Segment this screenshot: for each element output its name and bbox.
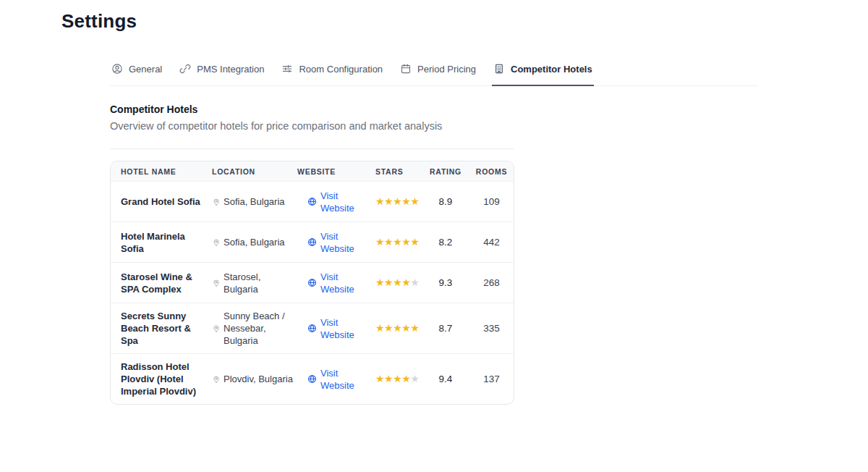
star-icon: ★ (375, 236, 384, 248)
tab-general[interactable]: General (110, 62, 163, 86)
rating-value: 8.9 (422, 195, 469, 208)
star-icon: ★ (401, 236, 410, 248)
stars-cell: ★★★★★ (364, 195, 422, 208)
tab-period-pricing[interactable]: Period Pricing (399, 62, 477, 86)
visit-website-link[interactable]: Visit Website (307, 316, 364, 341)
rating-value: 9.4 (422, 373, 469, 385)
map-pin-icon (212, 374, 221, 384)
tab-bar: General PMS Integration Room Configurati… (110, 62, 758, 86)
column-header-rooms: ROOMS (469, 161, 514, 181)
rating-value: 8.7 (422, 322, 469, 334)
table-row: Radisson Hotel Plovdiv (Hotel Imperial P… (111, 353, 514, 404)
map-pin-icon (212, 324, 221, 333)
tab-label: PMS Integration (197, 64, 264, 75)
star-icon: ★ (410, 236, 419, 248)
tab-label: Competitor Hotels (511, 64, 592, 75)
tab-competitor-hotels[interactable]: Competitor Hotels (492, 62, 594, 86)
column-header-hotel-name: HOTEL NAME (111, 161, 212, 181)
link-icon (179, 63, 191, 75)
tab-label: Room Configuration (299, 64, 383, 75)
settings-content: General PMS Integration Room Configurati… (110, 62, 758, 405)
star-icon: ★ (375, 277, 384, 288)
star-icon: ★ (410, 322, 419, 334)
building-icon (493, 63, 505, 75)
star-icon: ★ (393, 195, 401, 207)
section-heading: Competitor Hotels (110, 104, 758, 115)
sliders-icon (281, 63, 293, 75)
map-pin-icon (212, 237, 221, 247)
star-icon: ★ (393, 322, 401, 334)
globe-icon (307, 237, 317, 247)
globe-icon (307, 374, 317, 384)
visit-website-link[interactable]: Visit Website (307, 367, 364, 392)
table-row: Secrets Sunny Beach Resort & Spa Sunny B… (111, 303, 514, 353)
section-divider (110, 148, 514, 149)
hotel-location: Starosel, Bulgaria (212, 271, 294, 295)
section-description: Overview of competitor hotels for price … (110, 120, 758, 132)
location-text: Sofia, Bulgaria (224, 236, 285, 248)
column-header-location: LOCATION (212, 161, 294, 181)
star-icon: ★ (410, 373, 419, 384)
website-cell: Visit Website (294, 190, 364, 214)
star-icon: ★ (393, 236, 401, 248)
table-header-row: HOTEL NAME LOCATION WEBSITE STARS RATING… (111, 161, 514, 181)
globe-icon (307, 197, 317, 206)
star-icon: ★ (410, 277, 419, 288)
column-header-rating: RATING (422, 161, 469, 181)
hotel-location: Sofia, Bulgaria (212, 236, 294, 248)
location-text: Starosel, Bulgaria (224, 271, 294, 295)
star-icon: ★ (375, 373, 384, 384)
rating-value: 9.3 (422, 277, 469, 289)
visit-website-label: Visit Website (320, 230, 362, 255)
rooms-value: 335 (469, 322, 514, 334)
stars-cell: ★★★★★ (364, 277, 422, 289)
star-icon: ★ (375, 322, 384, 334)
page-title: Settings (61, 10, 868, 33)
calendar-icon (400, 63, 412, 75)
hotel-location: Sunny Beach / Nessebar, Bulgaria (212, 310, 294, 347)
stars-cell: ★★★★★ (364, 322, 422, 334)
visit-website-label: Visit Website (320, 190, 362, 214)
visit-website-link[interactable]: Visit Website (307, 230, 364, 255)
star-icon: ★ (375, 195, 384, 207)
table-row: Starosel Wine & SPA Complex Starosel, Bu… (111, 262, 514, 303)
table-body: Grand Hotel Sofia Sofia, Bulgaria Visit … (111, 181, 514, 404)
hotel-name: Grand Hotel Sofia (111, 195, 212, 208)
table-row: Hotel Marinela Sofia Sofia, Bulgaria Vis… (111, 222, 514, 262)
star-icon: ★ (401, 277, 410, 288)
hotel-name: Hotel Marinela Sofia (111, 230, 212, 255)
globe-icon (307, 324, 317, 333)
star-icon: ★ (401, 373, 410, 384)
stars-cell: ★★★★★ (364, 373, 422, 385)
rooms-value: 109 (469, 195, 514, 208)
star-icon: ★ (384, 322, 393, 334)
table-row: Grand Hotel Sofia Sofia, Bulgaria Visit … (111, 181, 514, 222)
column-header-website: WEBSITE (294, 161, 364, 181)
location-text: Sunny Beach / Nessebar, Bulgaria (224, 310, 294, 347)
visit-website-label: Visit Website (320, 271, 362, 295)
tab-pms-integration[interactable]: PMS Integration (178, 62, 265, 86)
tab-room-configuration[interactable]: Room Configuration (280, 62, 384, 86)
globe-icon (307, 278, 317, 287)
visit-website-link[interactable]: Visit Website (307, 190, 364, 214)
star-icon: ★ (384, 277, 393, 288)
hotel-location: Plovdiv, Bulgaria (212, 373, 294, 385)
star-icon: ★ (393, 373, 401, 384)
star-icon: ★ (393, 277, 401, 288)
website-cell: Visit Website (294, 316, 364, 341)
rating-value: 8.2 (422, 236, 469, 248)
hotel-name: Radisson Hotel Plovdiv (Hotel Imperial P… (111, 361, 212, 397)
visit-website-label: Visit Website (320, 316, 362, 341)
map-pin-icon (212, 278, 221, 287)
star-icon: ★ (401, 322, 410, 334)
tab-label: General (129, 64, 162, 75)
star-icon: ★ (401, 195, 410, 207)
visit-website-label: Visit Website (320, 367, 362, 392)
star-icon: ★ (384, 373, 393, 384)
map-pin-icon (212, 197, 221, 206)
website-cell: Visit Website (294, 271, 364, 295)
user-circle-icon (111, 63, 123, 75)
website-cell: Visit Website (294, 230, 364, 255)
hotel-location: Sofia, Bulgaria (212, 195, 294, 208)
visit-website-link[interactable]: Visit Website (307, 271, 364, 295)
